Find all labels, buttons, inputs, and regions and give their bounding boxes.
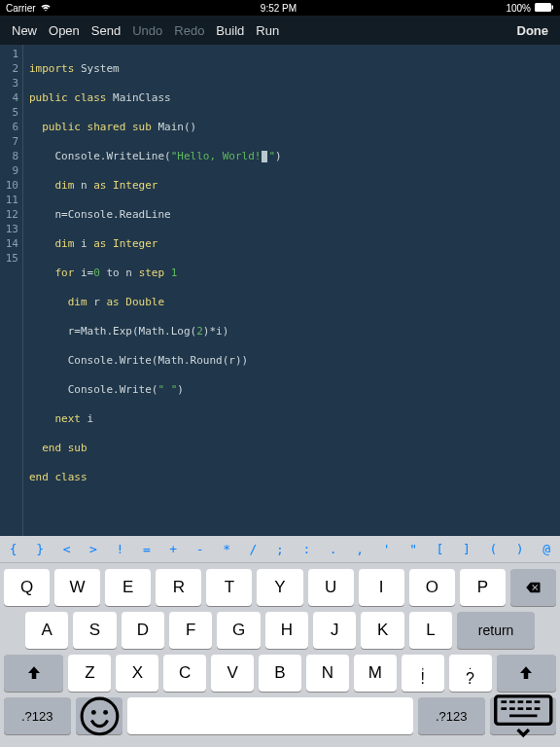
code-token: end class: [29, 471, 88, 483]
battery-percent: 100%: [506, 3, 531, 14]
key-l[interactable]: L: [409, 612, 452, 649]
space-key[interactable]: [127, 697, 413, 734]
number-mode-key-right[interactable]: .?123: [418, 697, 485, 734]
key-w[interactable]: W: [54, 569, 100, 606]
key-b[interactable]: B: [259, 655, 301, 692]
symbol-key[interactable]: ": [407, 542, 419, 556]
svg-point-3: [90, 709, 95, 714]
redo-button[interactable]: Redo: [174, 23, 204, 38]
symbol-key[interactable]: =: [141, 542, 153, 556]
symbol-key[interactable]: >: [88, 542, 99, 556]
line-number: 1: [0, 47, 18, 61]
symbol-key[interactable]: :: [300, 542, 312, 556]
number-mode-key-left[interactable]: .?123: [4, 697, 71, 734]
svg-rect-0: [535, 3, 551, 12]
key-v[interactable]: V: [211, 655, 254, 692]
open-button[interactable]: Open: [49, 23, 80, 38]
symbol-key[interactable]: }: [34, 542, 46, 556]
code-token: 1: [171, 267, 178, 279]
key-exclam[interactable]: ,!: [402, 655, 444, 692]
key-q[interactable]: Q: [4, 569, 50, 606]
key-d[interactable]: D: [122, 612, 164, 649]
symbol-key[interactable]: @: [541, 542, 552, 556]
code-token: public class: [29, 91, 106, 104]
run-button[interactable]: Run: [256, 23, 279, 38]
symbol-key[interactable]: ,: [354, 542, 366, 556]
line-number-gutter: 123456789101112131415: [0, 45, 23, 536]
code-token: n=Console.ReadLine: [55, 208, 171, 221]
code-token: Console.Write(Math.Round(r)): [68, 354, 248, 367]
symbol-key[interactable]: +: [167, 542, 179, 556]
code-token: Main(): [152, 121, 196, 133]
key-question[interactable]: .?: [449, 655, 492, 692]
key-z[interactable]: Z: [68, 655, 111, 692]
new-button[interactable]: New: [12, 23, 37, 38]
key-o[interactable]: O: [409, 569, 455, 606]
send-button[interactable]: Send: [91, 23, 121, 38]
emoji-key[interactable]: [76, 697, 123, 734]
key-e[interactable]: E: [105, 569, 151, 606]
key-x[interactable]: X: [116, 655, 158, 692]
symbol-key[interactable]: ;: [274, 542, 286, 556]
symbol-key[interactable]: ): [514, 542, 526, 556]
shift-key-right[interactable]: [497, 655, 556, 692]
symbol-key[interactable]: *: [221, 542, 232, 556]
dismiss-keyboard-key[interactable]: [490, 697, 557, 734]
symbol-key[interactable]: !: [114, 542, 125, 556]
line-number: 10: [0, 178, 18, 193]
shift-key-left[interactable]: [4, 655, 63, 692]
code-token: as Double: [107, 296, 165, 308]
key-i[interactable]: I: [359, 569, 404, 606]
symbol-key[interactable]: <: [61, 542, 73, 556]
keyboard-row-1: QWERTYUIOP: [4, 569, 556, 606]
done-button[interactable]: Done: [517, 23, 549, 38]
key-a[interactable]: A: [25, 612, 68, 649]
code-editor[interactable]: 123456789101112131415 imports System pub…: [0, 45, 560, 536]
key-t[interactable]: T: [206, 569, 252, 606]
line-number: 12: [0, 207, 18, 222]
code-token: i=: [74, 267, 93, 279]
key-j[interactable]: J: [313, 612, 356, 649]
code-token: ): [177, 383, 184, 396]
code-token: r: [88, 296, 107, 308]
key-n[interactable]: N: [306, 655, 349, 692]
key-r[interactable]: R: [156, 569, 201, 606]
status-time: 9:52 PM: [261, 3, 297, 14]
key-k[interactable]: K: [361, 612, 403, 649]
carrier-label: Carrier: [6, 3, 36, 14]
code-content[interactable]: imports System public class MainClass pu…: [23, 45, 282, 536]
code-token: " ": [158, 383, 177, 396]
symbol-key[interactable]: .: [328, 542, 339, 556]
code-token: "Hello, World!: [171, 150, 262, 162]
key-c[interactable]: C: [163, 655, 206, 692]
line-number: 8: [0, 149, 18, 163]
symbol-key[interactable]: ]: [461, 542, 472, 556]
key-s[interactable]: S: [73, 612, 116, 649]
symbol-key[interactable]: /: [248, 542, 260, 556]
code-token: 2: [196, 325, 203, 338]
key-u[interactable]: U: [308, 569, 354, 606]
line-number: 7: [0, 134, 18, 149]
return-key[interactable]: return: [457, 612, 535, 649]
backspace-key[interactable]: [510, 569, 556, 606]
code-token: to n: [100, 267, 139, 279]
keyboard-row-2: ASDFGHJKLreturn: [4, 612, 556, 649]
symbol-key[interactable]: ': [381, 542, 393, 556]
symbol-key[interactable]: (: [487, 542, 499, 556]
build-button[interactable]: Build: [216, 23, 244, 38]
symbol-key[interactable]: -: [194, 542, 206, 556]
key-f[interactable]: F: [169, 612, 212, 649]
line-number: 9: [0, 163, 18, 178]
key-h[interactable]: H: [265, 612, 308, 649]
undo-button[interactable]: Undo: [132, 23, 162, 38]
key-p[interactable]: P: [460, 569, 506, 606]
key-m[interactable]: M: [354, 655, 397, 692]
code-token: i: [74, 237, 93, 250]
symbol-key[interactable]: [: [435, 542, 446, 556]
key-y[interactable]: Y: [257, 569, 302, 606]
code-token: System: [74, 62, 119, 75]
code-token: imports: [29, 62, 74, 75]
symbol-key[interactable]: {: [8, 542, 19, 556]
code-token: Console.WriteLine(: [55, 150, 171, 162]
key-g[interactable]: G: [217, 612, 260, 649]
